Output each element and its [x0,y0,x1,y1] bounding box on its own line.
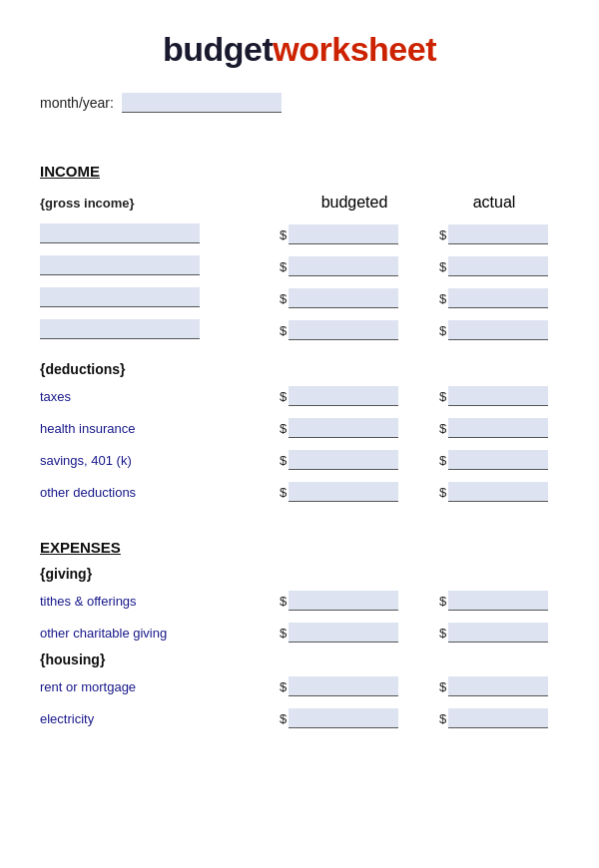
actual-gross-4: $ [429,320,559,340]
budgeted-other-ded-input[interactable] [289,482,398,502]
budgeted-gross-1: $ [280,224,429,244]
budgeted-gross-input-2[interactable] [289,256,398,276]
actual-taxes: $ [429,386,559,406]
taxes-label: taxes [40,389,280,404]
expenses-row-charitable: other charitable giving $ $ [40,620,559,646]
actual-tithes: $ [429,591,559,611]
giving-label: {giving} [40,566,559,582]
expenses-row-electricity: electricity $ $ [40,705,559,731]
budgeted-gross-3: $ [280,288,429,308]
budgeted-other-ded: $ [280,482,429,502]
page: budgetworksheet month/year: INCOME {gros… [0,0,599,868]
budgeted-tithes-input[interactable] [289,591,398,611]
actual-column-header: actual [429,194,559,212]
housing-label: {housing} [40,651,559,667]
budgeted-gross-2: $ [280,256,429,276]
actual-gross-input-1[interactable] [448,224,548,244]
budgeted-gross-input-1[interactable] [289,224,398,244]
actual-taxes-input[interactable] [448,386,548,406]
budgeted-charitable-input[interactable] [289,623,398,643]
housing-section: {housing} rent or mortgage $ $ electrici… [40,651,559,731]
month-year-row: month/year: [40,93,559,113]
savings-label: savings, 401 (k) [40,453,280,468]
gross-income-row-2: $ $ [40,253,559,279]
gross-income-row-4: $ $ [40,317,559,343]
gross-income-name-2[interactable] [40,255,200,275]
rent-label: rent or mortgage [40,679,280,694]
title-worksheet: worksheet [273,30,436,68]
actual-savings: $ [429,450,559,470]
budgeted-gross-input-4[interactable] [289,320,398,340]
actual-electricity-input[interactable] [448,708,548,728]
gross-income-section: {gross income} budgeted actual $ $ $ [40,190,559,343]
budgeted-tithes: $ [280,591,429,611]
tithes-label: tithes & offerings [40,594,280,609]
actual-gross-input-4[interactable] [448,320,548,340]
actual-gross-input-3[interactable] [448,288,548,308]
gross-income-label: {gross income} [40,196,280,211]
budgeted-savings-input[interactable] [289,450,398,470]
actual-gross-3: $ [429,288,559,308]
budgeted-gross-4: $ [280,320,429,340]
gross-income-header-row: {gross income} budgeted actual [40,190,559,216]
month-year-label: month/year: [40,95,114,111]
budgeted-gross-input-3[interactable] [289,288,398,308]
actual-rent: $ [429,676,559,696]
health-label: health insurance [40,421,280,436]
budgeted-rent-input[interactable] [289,676,398,696]
deductions-row-other: other deductions $ $ [40,479,559,505]
expenses-row-rent: rent or mortgage $ $ [40,673,559,699]
gross-income-name-4[interactable] [40,319,200,339]
actual-charitable-input[interactable] [448,623,548,643]
budgeted-column-header: budgeted [280,194,429,212]
budgeted-electricity-input[interactable] [289,708,398,728]
deductions-section: {deductions} taxes $ $ health insurance … [40,361,559,505]
budgeted-taxes: $ [280,386,429,406]
gross-income-name-1[interactable] [40,223,200,243]
deductions-row-savings: savings, 401 (k) $ $ [40,447,559,473]
income-header: INCOME [40,163,559,180]
actual-gross-input-2[interactable] [448,256,548,276]
expenses-row-tithes: tithes & offerings $ $ [40,588,559,614]
deductions-label: {deductions} [40,361,559,377]
title-budget: budget [163,30,273,68]
actual-savings-input[interactable] [448,450,548,470]
electricity-label: electricity [40,711,280,726]
budgeted-savings: $ [280,450,429,470]
giving-section: {giving} tithes & offerings $ $ other ch… [40,566,559,646]
budgeted-rent: $ [280,676,429,696]
actual-gross-2: $ [429,256,559,276]
actual-gross-1: $ [429,224,559,244]
actual-health-input[interactable] [448,418,548,438]
budgeted-charitable: $ [280,623,429,643]
actual-other-ded-input[interactable] [448,482,548,502]
month-year-input[interactable] [122,93,282,113]
page-title: budgetworksheet [40,30,559,69]
deductions-row-health: health insurance $ $ [40,415,559,441]
actual-health: $ [429,418,559,438]
gross-income-row-3: $ $ [40,285,559,311]
actual-other-ded: $ [429,482,559,502]
charitable-label: other charitable giving [40,626,280,641]
budgeted-electricity: $ [280,708,429,728]
expenses-header: EXPENSES [40,539,559,556]
gross-income-row-1: $ $ [40,221,559,247]
actual-charitable: $ [429,623,559,643]
budgeted-health: $ [280,418,429,438]
other-deductions-label: other deductions [40,485,280,500]
budgeted-taxes-input[interactable] [289,386,398,406]
actual-electricity: $ [429,708,559,728]
actual-tithes-input[interactable] [448,591,548,611]
actual-rent-input[interactable] [448,676,548,696]
deductions-row-taxes: taxes $ $ [40,383,559,409]
gross-income-name-3[interactable] [40,287,200,307]
budgeted-health-input[interactable] [289,418,398,438]
